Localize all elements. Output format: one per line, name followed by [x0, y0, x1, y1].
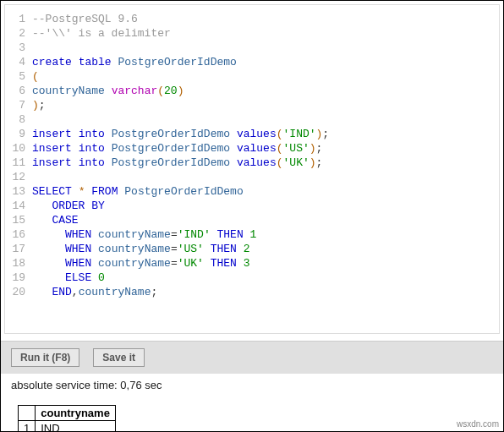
result-table: countryname 1IND2US3UK [18, 405, 116, 432]
line-number: 7 [12, 98, 25, 112]
result-body: 1IND2US3UK [19, 421, 116, 433]
toolbar: Run it (F8) Save it [1, 342, 503, 374]
line-number: 4 [12, 55, 25, 69]
line-number: 6 [12, 84, 25, 98]
code-line[interactable]: insert into PostgreOrderIdDemo values('U… [32, 141, 492, 156]
line-number: 3 [12, 41, 25, 55]
code-line[interactable]: WHEN countryName='IND' THEN 1 [32, 227, 492, 242]
code-line[interactable]: ( [32, 69, 492, 84]
table-row: 1IND [19, 421, 116, 433]
line-number: 9 [12, 127, 25, 141]
row-number: 1 [19, 421, 36, 433]
save-button[interactable]: Save it [93, 348, 145, 367]
code-line[interactable]: SELECT * FROM PostgreOrderIdDemo [32, 184, 492, 199]
result-panel: countryname 1IND2US3UK [1, 405, 503, 432]
line-number: 18 [12, 256, 25, 271]
line-number: 5 [12, 69, 25, 84]
line-number: 12 [12, 170, 25, 184]
code-line[interactable]: --'\\' is a delimiter [32, 26, 492, 41]
code-line[interactable]: --PostgreSQL 9.6 [32, 12, 492, 26]
row-number-header [19, 406, 36, 421]
code-line[interactable]: ELSE 0 [32, 271, 492, 285]
watermark: wsxdn.com [457, 419, 499, 429]
line-number: 2 [12, 26, 25, 41]
line-number: 11 [12, 156, 25, 170]
code-line[interactable]: WHEN countryName='US' THEN 2 [32, 242, 492, 256]
code-line[interactable] [32, 41, 492, 55]
code-content[interactable]: --PostgreSQL 9.6--'\\' is a delimiter cr… [32, 12, 492, 299]
code-line[interactable]: insert into PostgreOrderIdDemo values('U… [32, 156, 492, 170]
line-number: 15 [12, 213, 25, 227]
line-number: 10 [12, 141, 25, 156]
line-gutter: 1234567891011121314151617181920 [12, 12, 32, 299]
line-number: 1 [12, 12, 25, 26]
run-button[interactable]: Run it (F8) [11, 348, 79, 367]
code-line[interactable]: END,countryName; [32, 285, 492, 299]
line-number: 19 [12, 271, 25, 285]
cell-value: IND [36, 421, 116, 433]
code-editor[interactable]: 1234567891011121314151617181920 --Postgr… [4, 4, 500, 334]
code-line[interactable]: insert into PostgreOrderIdDemo values('I… [32, 127, 492, 141]
line-number: 20 [12, 285, 25, 299]
line-number: 8 [12, 112, 25, 127]
status-text: absolute service time: 0,76 sec [1, 374, 503, 405]
code-line[interactable]: CASE [32, 213, 492, 227]
column-header: countryname [36, 406, 116, 421]
line-number: 13 [12, 184, 25, 199]
code-line[interactable]: create table PostgreOrderIdDemo [32, 55, 492, 69]
code-line[interactable]: ORDER BY [32, 199, 492, 213]
code-line[interactable]: countryName varchar(20) [32, 84, 492, 98]
line-number: 16 [12, 227, 25, 242]
table-header-row: countryname [19, 406, 116, 421]
line-number: 17 [12, 242, 25, 256]
editor-wrap: 1234567891011121314151617181920 --Postgr… [1, 4, 503, 342]
line-number: 14 [12, 199, 25, 213]
code-line[interactable] [32, 112, 492, 127]
code-line[interactable]: ); [32, 98, 492, 112]
code-line[interactable]: WHEN countryName='UK' THEN 3 [32, 256, 492, 271]
code-line[interactable] [32, 170, 492, 184]
